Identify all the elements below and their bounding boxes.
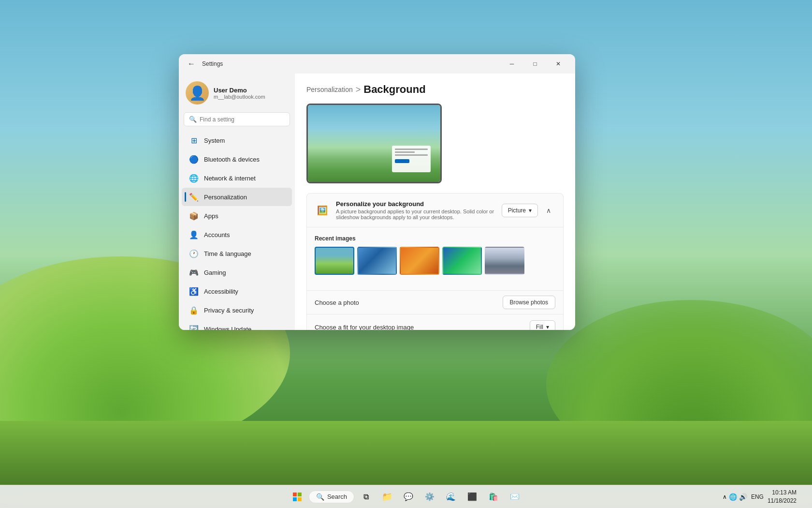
taskbar: 🔍 Search ⧉ 📁 💬 ⚙️ 🌊 ⬛ 🛍️ ✉️ ∧ 🌐 🔊 ENG 10…: [0, 485, 812, 508]
start-button[interactable]: [288, 487, 307, 507]
accessibility-icon: ♿: [188, 286, 199, 297]
sidebar-item-bluetooth[interactable]: 🔵 Bluetooth & devices: [182, 150, 292, 168]
network-tray-icon[interactable]: 🌐: [729, 493, 737, 501]
sidebar-item-personalization[interactable]: ✏️ Personalization: [182, 188, 292, 206]
sidebar-item-label: Privacy & security: [204, 307, 254, 314]
browse-photos-button[interactable]: Browse photos: [503, 296, 555, 309]
sidebar-item-label: Accessibility: [204, 288, 238, 295]
gaming-icon: 🎮: [188, 267, 199, 278]
sidebar-item-apps[interactable]: 📦 Apps: [182, 207, 292, 225]
user-profile[interactable]: 👤 User Demo m__lab@outlook.com: [179, 77, 295, 112]
volume-icon[interactable]: 🔊: [739, 493, 747, 501]
svg-rect-2: [293, 497, 297, 501]
sidebar-item-update[interactable]: 🔄 Windows Update: [182, 320, 292, 330]
recent-image-4[interactable]: [485, 247, 524, 275]
fit-value: Fill: [536, 324, 543, 330]
privacy-icon: 🔒: [188, 305, 199, 315]
choose-photo-label: Choose a photo: [315, 299, 359, 306]
user-name: User Demo: [214, 87, 288, 94]
task-view-button[interactable]: ⧉: [356, 487, 376, 507]
terminal-button[interactable]: ⬛: [463, 487, 482, 507]
sidebar-item-privacy[interactable]: 🔒 Privacy & security: [182, 301, 292, 319]
title-bar: ← Settings ─ □ ✕: [179, 54, 575, 74]
dropdown-chevron-icon: ▾: [529, 207, 532, 214]
search-icon: 🔍: [189, 116, 197, 123]
title-bar-left: ← Settings: [185, 58, 223, 70]
sidebar-item-label: Personalization: [204, 194, 247, 201]
update-icon: 🔄: [188, 324, 199, 330]
section-expanded: Recent images: [307, 227, 563, 290]
close-button[interactable]: ✕: [547, 56, 569, 72]
taskbar-search-icon: 🔍: [316, 493, 324, 501]
taskbar-search[interactable]: 🔍 Search: [309, 491, 354, 503]
sidebar-item-label: Windows Update: [204, 326, 251, 330]
fit-label: Choose a fit for your desktop image: [315, 324, 414, 330]
chevron-icon[interactable]: ∧: [723, 493, 727, 500]
settings-window: ← Settings ─ □ ✕ 👤 User Demo m__lab@outl…: [179, 54, 575, 330]
sidebar-item-time[interactable]: 🕐 Time & language: [182, 244, 292, 263]
sidebar-item-network[interactable]: 🌐 Network & internet: [182, 169, 292, 187]
maximize-button[interactable]: □: [524, 56, 546, 72]
fit-row: Choose a fit for your desktop image Fill…: [307, 314, 563, 330]
mail-button[interactable]: ✉️: [505, 487, 524, 507]
svg-rect-0: [293, 493, 297, 496]
settings-button[interactable]: ⚙️: [420, 487, 439, 507]
preview-line-3: [395, 154, 428, 156]
search-input[interactable]: [200, 116, 285, 123]
file-explorer-button[interactable]: 📁: [377, 487, 397, 507]
breadcrumb-parent[interactable]: Personalization: [306, 86, 353, 93]
fit-dropdown[interactable]: Fill ▾: [530, 320, 555, 330]
back-button[interactable]: ←: [185, 58, 198, 70]
preview-line-2: [395, 151, 415, 153]
sidebar-item-label: Gaming: [204, 269, 226, 276]
dropdown-value: Picture: [508, 207, 526, 214]
breadcrumb-current: Background: [363, 83, 425, 96]
taskbar-time[interactable]: 10:13 AM 11/18/2022: [768, 489, 797, 505]
recent-image-0[interactable]: [315, 247, 354, 275]
time-icon: 🕐: [188, 248, 199, 259]
sidebar-item-label: Bluetooth & devices: [204, 156, 260, 163]
section-header: 🖼️ Personalize your background A picture…: [307, 194, 563, 227]
taskbar-right: ∧ 🌐 🔊 ENG 10:13 AM 11/18/2022: [723, 485, 806, 508]
content-inner: Personalization > Background: [295, 74, 575, 330]
main-content: Personalization > Background: [295, 74, 575, 330]
show-desktop-button[interactable]: [800, 485, 806, 508]
minimize-button[interactable]: ─: [501, 56, 523, 72]
sidebar-item-gaming[interactable]: 🎮 Gaming: [182, 263, 292, 282]
network-icon: 🌐: [188, 173, 199, 183]
avatar: 👤: [186, 81, 209, 105]
personalize-section: 🖼️ Personalize your background A picture…: [306, 193, 564, 330]
window-controls: ─ □ ✕: [501, 56, 569, 72]
sidebar-item-system[interactable]: ⊞ System: [182, 131, 292, 149]
window-title: Settings: [202, 60, 223, 67]
window-body: 👤 User Demo m__lab@outlook.com 🔍 ⊞ Syste…: [179, 74, 575, 330]
user-email: m__lab@outlook.com: [214, 94, 288, 100]
section-title: Personalize your background: [336, 200, 496, 208]
clock: 10:13 AM: [768, 489, 797, 497]
section-desc: A picture background applies to your cur…: [336, 209, 496, 220]
preview-overlay: [392, 146, 431, 172]
store-button[interactable]: 🛍️: [484, 487, 503, 507]
date: 11/18/2022: [768, 497, 797, 505]
expand-button[interactable]: ∧: [542, 204, 555, 217]
settings-search[interactable]: 🔍: [184, 112, 290, 126]
system-icon: ⊞: [188, 135, 199, 146]
sidebar-item-accessibility[interactable]: ♿ Accessibility: [182, 282, 292, 300]
svg-rect-1: [298, 493, 302, 496]
preview-btn: [395, 159, 409, 163]
recent-image-2[interactable]: [400, 247, 439, 275]
user-info: User Demo m__lab@outlook.com: [214, 87, 288, 100]
recent-image-3[interactable]: [442, 247, 482, 275]
recent-image-1[interactable]: [357, 247, 397, 275]
sidebar-item-label: Accounts: [204, 231, 230, 239]
preview-line-1: [395, 149, 428, 150]
edge-button[interactable]: 🌊: [441, 487, 461, 507]
svg-rect-3: [298, 497, 302, 501]
sidebar-item-label: Apps: [204, 212, 218, 220]
taskbar-center: 🔍 Search ⧉ 📁 💬 ⚙️ 🌊 ⬛ 🛍️ ✉️: [288, 487, 524, 507]
apps-icon: 📦: [188, 210, 199, 221]
fit-chevron-icon: ▾: [546, 324, 549, 330]
teams-button[interactable]: 💬: [399, 487, 418, 507]
background-type-dropdown[interactable]: Picture ▾: [502, 204, 538, 217]
sidebar-item-accounts[interactable]: 👤 Accounts: [182, 225, 292, 244]
